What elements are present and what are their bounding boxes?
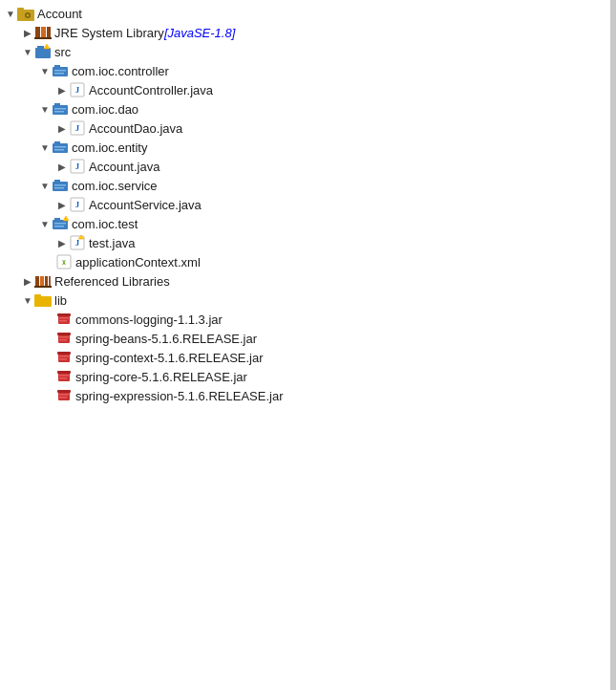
svg-rect-54 xyxy=(34,294,41,298)
xml-icon: X xyxy=(55,254,73,270)
jre-label: JRE System Library xyxy=(54,26,164,40)
package-dao-icon xyxy=(52,101,69,117)
svg-rect-65 xyxy=(59,356,69,357)
tree-item-test-pkg[interactable]: ▼ ! com.ioc.test xyxy=(0,214,610,233)
svg-point-3 xyxy=(27,14,30,17)
dao-label: com.ioc.dao xyxy=(72,102,138,117)
tree-item-src[interactable]: ▼ ! src xyxy=(0,42,610,61)
svg-rect-64 xyxy=(57,352,71,355)
package-test-icon: ! xyxy=(52,216,69,231)
java-accountservice-icon: J xyxy=(69,197,86,212)
java-account-icon: J xyxy=(69,159,86,174)
svg-rect-50 xyxy=(45,276,48,287)
svg-rect-70 xyxy=(59,377,67,379)
expand-arrow-lib: ▼ xyxy=(21,295,34,306)
project-icon xyxy=(17,6,34,21)
lib-folder-icon xyxy=(34,292,52,308)
tree-item-dao[interactable]: ▼ com.ioc.dao xyxy=(0,99,610,119)
svg-rect-39 xyxy=(54,226,64,227)
svg-rect-37 xyxy=(54,218,60,221)
svg-rect-73 xyxy=(59,394,69,396)
svg-rect-32 xyxy=(54,184,66,186)
svg-rect-36 xyxy=(53,220,68,229)
jar-spring-core-label: spring-core-5.1.6.RELEASE.jar xyxy=(75,370,247,384)
jar-spring-beans-label: spring-beans-5.1.6.RELEASE.jar xyxy=(75,332,257,346)
svg-text:!: ! xyxy=(66,218,67,222)
package-service-icon xyxy=(52,178,69,193)
svg-rect-25 xyxy=(54,141,60,144)
package-controller-icon xyxy=(52,63,69,78)
tree-item-service[interactable]: ▼ com.ioc.service xyxy=(0,176,610,195)
expand-arrow-account: ▼ xyxy=(4,9,17,19)
svg-rect-6 xyxy=(47,27,51,38)
account-label: Account xyxy=(37,7,82,21)
expand-arrow-account-java: ▶ xyxy=(55,162,69,172)
jre-version-label: [JavaSE-1.8] xyxy=(164,26,235,40)
package-entity-icon xyxy=(52,140,69,155)
expand-arrow-accountservice: ▶ xyxy=(55,200,69,210)
tree-item-accountcontroller[interactable]: ▶ J AccountController.java xyxy=(0,80,610,99)
controller-label: com.ioc.controller xyxy=(72,64,169,78)
svg-rect-4 xyxy=(35,27,40,38)
tree-item-controller[interactable]: ▼ com.ioc.controller xyxy=(0,61,610,80)
svg-text:!: ! xyxy=(47,46,48,50)
svg-rect-66 xyxy=(59,358,67,360)
svg-rect-38 xyxy=(54,223,66,225)
expand-arrow-controller: ▼ xyxy=(38,66,52,76)
tree-item-accountservice[interactable]: ▶ J AccountService.java xyxy=(0,195,610,214)
java-accountdao-icon: J xyxy=(69,120,86,136)
svg-rect-33 xyxy=(54,187,64,189)
svg-text:J: J xyxy=(75,86,79,95)
accountdao-label: AccountDao.java xyxy=(89,121,182,136)
svg-rect-1 xyxy=(17,8,24,11)
tree-item-account-java[interactable]: ▶ J Account.java xyxy=(0,157,610,176)
expand-arrow-dao: ▼ xyxy=(38,104,52,115)
jar-spring-expression-label: spring-expression-5.1.6.RELEASE.jar xyxy=(75,389,284,403)
svg-text:J: J xyxy=(75,239,79,248)
svg-rect-68 xyxy=(57,371,71,374)
service-label: com.ioc.service xyxy=(72,179,158,193)
svg-rect-27 xyxy=(54,149,64,151)
tree-item-jar-spring-context[interactable]: spring-context-5.1.6.RELEASE.jar xyxy=(0,348,610,367)
expand-arrow-src: ▼ xyxy=(21,47,34,57)
src-icon: ! xyxy=(34,44,52,59)
account-java-label: Account.java xyxy=(89,160,159,174)
tree-item-jar-commons-logging[interactable]: commons-logging-1.1.3.jar xyxy=(0,310,610,329)
svg-rect-5 xyxy=(41,27,46,38)
reflibs-icon xyxy=(34,273,52,289)
jar-spring-expression-icon xyxy=(55,388,73,403)
tree-item-test-java[interactable]: ▶ J ! test.java xyxy=(0,233,610,252)
tree-item-jre[interactable]: ▶ JRE System Library [JavaSE-1.8] xyxy=(0,23,610,42)
svg-rect-20 xyxy=(54,108,66,110)
tree-item-jar-spring-expression[interactable]: spring-expression-5.1.6.RELEASE.jar xyxy=(0,386,610,405)
svg-rect-72 xyxy=(57,390,71,393)
expand-arrow-service: ▼ xyxy=(38,181,52,191)
jar-spring-core-icon xyxy=(55,369,73,384)
svg-rect-52 xyxy=(34,286,52,288)
tree-item-account[interactable]: ▼ Account xyxy=(0,4,610,23)
svg-rect-24 xyxy=(53,143,68,153)
jar-commons-logging-icon xyxy=(55,312,73,327)
svg-rect-62 xyxy=(59,339,67,341)
accountservice-label: AccountService.java xyxy=(89,198,202,212)
svg-rect-30 xyxy=(53,182,68,191)
svg-text:J: J xyxy=(75,162,79,171)
tree-item-accountdao[interactable]: ▶ J AccountDao.java xyxy=(0,119,610,138)
svg-rect-48 xyxy=(35,276,39,287)
svg-rect-58 xyxy=(59,320,67,322)
svg-rect-49 xyxy=(40,276,44,287)
tree-item-reflibs[interactable]: ▶ Referenced Libraries xyxy=(0,271,610,291)
tree-item-lib[interactable]: ▼ lib xyxy=(0,291,610,310)
jar-spring-beans-icon xyxy=(55,331,73,346)
tree-item-entity[interactable]: ▼ com.ioc.entity xyxy=(0,138,610,157)
reflibs-label: Referenced Libraries xyxy=(54,274,170,289)
expand-arrow-jre: ▶ xyxy=(21,28,34,38)
expand-arrow-entity: ▼ xyxy=(38,142,52,153)
svg-rect-60 xyxy=(57,333,71,335)
tree-item-jar-spring-core[interactable]: spring-core-5.1.6.RELEASE.jar xyxy=(0,367,610,386)
src-label: src xyxy=(54,45,71,59)
tree-item-appcontext[interactable]: X applicationContext.xml xyxy=(0,252,610,271)
expand-arrow-reflibs: ▶ xyxy=(21,276,34,287)
tree-item-jar-spring-beans[interactable]: spring-beans-5.1.6.RELEASE.jar xyxy=(0,329,610,348)
java-test-icon: J ! xyxy=(69,235,86,250)
